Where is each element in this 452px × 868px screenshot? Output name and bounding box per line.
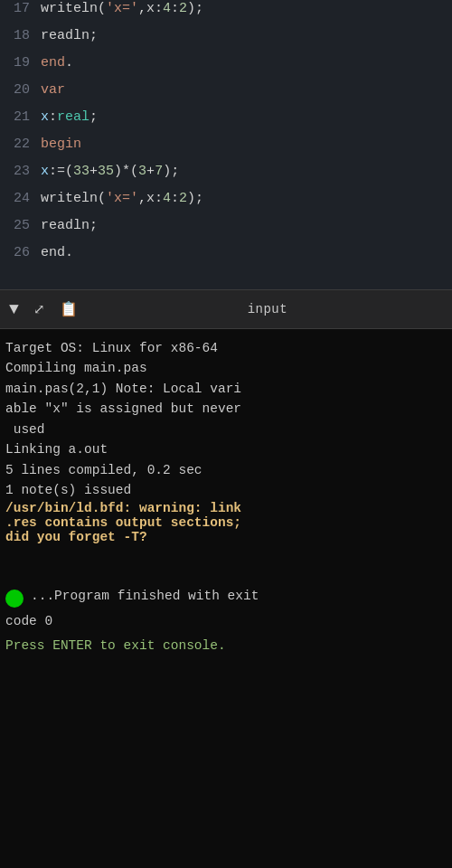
line-content: begin bbox=[41, 137, 81, 152]
console-line: .res contains output sections; bbox=[5, 515, 447, 530]
line-content: x:=(33+35)*(3+7); bbox=[41, 164, 179, 179]
code-lines: 17writeln('x=',x:4:2);18readln;19end.20v… bbox=[0, 0, 452, 271]
code-editor: 17writeln('x=',x:4:2);18readln;19end.20v… bbox=[0, 0, 452, 289]
console-lines: Target OS: Linux for x86-64Compiling mai… bbox=[5, 338, 447, 544]
line-number: 22 bbox=[0, 137, 41, 152]
program-finished-line: ...Program finished with exit bbox=[31, 586, 447, 606]
line-number: 23 bbox=[0, 164, 41, 179]
line-number: 17 bbox=[0, 1, 41, 16]
code-line: 17writeln('x=',x:4:2); bbox=[0, 0, 452, 27]
console-line: used bbox=[5, 420, 447, 439]
line-content: var bbox=[41, 82, 65, 98]
code-line: 23x:=(33+35)*(3+7); bbox=[0, 163, 452, 190]
settings-icon[interactable]: 📋 bbox=[60, 300, 78, 318]
console-line: did you forget -T? bbox=[5, 530, 447, 544]
console-line: able "x" is assigned but never bbox=[5, 399, 447, 419]
code-line: 21x:real; bbox=[0, 108, 452, 136]
line-number: 18 bbox=[0, 28, 41, 43]
line-number: 26 bbox=[0, 245, 41, 260]
console-line: main.pas(2,1) Note: Local vari bbox=[5, 379, 447, 399]
panel-title: input bbox=[92, 302, 443, 316]
press-enter-line: Press ENTER to exit console. bbox=[5, 636, 447, 656]
line-content: readln; bbox=[41, 218, 98, 233]
line-number: 24 bbox=[0, 191, 41, 206]
panel-header: ▼ ⤢ 📋 input bbox=[0, 289, 452, 329]
line-content: end. bbox=[41, 55, 73, 71]
console-line: Target OS: Linux for x86-64 bbox=[5, 338, 447, 358]
line-number: 20 bbox=[0, 82, 41, 98]
success-dot bbox=[5, 590, 24, 608]
code-line: 19end. bbox=[0, 54, 452, 81]
code-line: 22begin bbox=[0, 136, 452, 163]
console-line: /usr/bin/ld.bfd: warning: link bbox=[5, 501, 447, 515]
line-content: readln; bbox=[41, 28, 98, 43]
line-content: x:real; bbox=[41, 109, 98, 125]
line-content: writeln('x=',x:4:2); bbox=[41, 1, 203, 16]
console-line: 1 note(s) issued bbox=[5, 480, 447, 500]
console-output: Target OS: Linux for x86-64Compiling mai… bbox=[0, 329, 452, 868]
line-content: end. bbox=[41, 245, 73, 260]
expand-icon[interactable]: ⤢ bbox=[33, 301, 45, 318]
code-line: 18readln; bbox=[0, 27, 452, 54]
code-line: 25readln; bbox=[0, 217, 452, 244]
code-line: 20var bbox=[0, 81, 452, 108]
line-content: writeln('x=',x:4:2); bbox=[41, 191, 203, 206]
code-line: 26end. bbox=[0, 244, 452, 271]
exit-code-line: code 0 bbox=[5, 611, 447, 631]
collapse-icon[interactable]: ▼ bbox=[9, 300, 19, 318]
line-number: 21 bbox=[0, 109, 41, 125]
console-line: Compiling main.pas bbox=[5, 358, 447, 378]
code-line: 24writeln('x=',x:4:2); bbox=[0, 190, 452, 217]
console-line: Linking a.out bbox=[5, 439, 447, 459]
console-line: 5 lines compiled, 0.2 sec bbox=[5, 460, 447, 480]
line-number: 25 bbox=[0, 218, 41, 233]
line-number: 19 bbox=[0, 55, 41, 71]
